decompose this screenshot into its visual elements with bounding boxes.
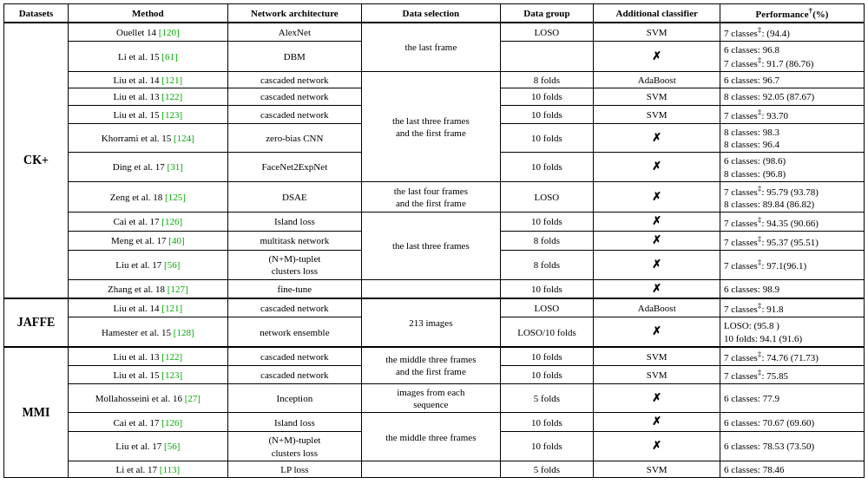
classifier-cell: AdaBoost xyxy=(594,72,720,88)
performance-cell: 6 classes: 96.7 xyxy=(720,72,865,88)
network-cell: DSAE xyxy=(227,181,362,212)
performance-cell: 6 classes: 98.9 xyxy=(720,279,865,298)
table-row: Li et al. 17 [113]LP loss5 foldsSVM6 cla… xyxy=(4,461,865,477)
table-row: MMILiu et al. 13 [122]cascaded networkth… xyxy=(4,347,865,365)
classifier-cell: SVM xyxy=(594,461,720,477)
network-cell: cascaded network xyxy=(227,88,362,105)
table-row: Mollahosseini et al. 16 [27]Inceptionima… xyxy=(4,383,865,413)
classifier-cell: SVM xyxy=(594,105,720,123)
data-group-cell: 10 folds xyxy=(500,105,594,123)
network-cell: AlexNet xyxy=(227,23,362,41)
header-row: Datasets Method Network architecture Dat… xyxy=(4,4,865,23)
col-header-network: Network architecture xyxy=(227,4,362,23)
classifier-cell: ✗ xyxy=(594,123,720,153)
network-cell: network ensemble xyxy=(227,317,362,347)
col-header-data-selection: Data selection xyxy=(362,4,500,23)
method-cell: Liu et al. 17 [56] xyxy=(69,250,228,279)
network-cell: DBM xyxy=(227,41,362,71)
data-group-cell: LOSO xyxy=(500,298,594,317)
data-selection-cell: 213 images xyxy=(362,298,500,347)
method-cell: Zhang et al. 18 [127] xyxy=(69,279,228,298)
performance-cell: 6 classes: 96.87 classes‡: 91.7 (86.76) xyxy=(720,41,865,71)
classifier-cell: ✗ xyxy=(594,213,720,232)
data-group-cell: 10 folds xyxy=(500,432,594,461)
data-group-cell: LOSO xyxy=(500,23,594,41)
classifier-cell: ✗ xyxy=(594,383,720,413)
method-cell: Ding et al. 17 [31] xyxy=(69,153,228,182)
classifier-cell: ✗ xyxy=(594,432,720,461)
performance-cell: 7 classes‡: 93.70 xyxy=(720,105,865,123)
method-cell: Ouellet 14 [120] xyxy=(69,23,228,41)
method-cell: Meng et al. 17 [40] xyxy=(69,232,228,251)
data-group-cell: 10 folds xyxy=(500,413,594,432)
network-cell: cascaded network xyxy=(227,298,362,317)
table-row: JAFFELiu et al. 14 [121]cascaded network… xyxy=(4,298,865,317)
table-row: Cai et al. 17 [126]Island lossthe middle… xyxy=(4,413,865,432)
performance-cell: 7 classes‡: (94.4) xyxy=(720,23,865,41)
data-selection-cell: the last three framesand the first frame xyxy=(362,72,500,182)
data-selection-cell: the middle three framesand the first fra… xyxy=(362,347,500,383)
data-group-cell: LOSO xyxy=(500,181,594,212)
performance-cell: 6 classes: 77.9 xyxy=(720,383,865,413)
network-cell: (N+M)-tupletclusters loss xyxy=(227,250,362,279)
network-cell: Island loss xyxy=(227,413,362,432)
performance-cell: LOSO: (95.8 )10 folds: 94.1 (91.6) xyxy=(720,317,865,347)
method-cell: Liu et al. 15 [123] xyxy=(69,365,228,383)
method-cell: Liu et al. 13 [122] xyxy=(69,88,228,105)
classifier-cell: ✗ xyxy=(594,250,720,279)
method-cell: Li et al. 17 [113] xyxy=(69,461,228,477)
data-selection-cell: the last three frames xyxy=(362,213,500,279)
method-cell: Mollahosseini et al. 16 [27] xyxy=(69,383,228,413)
data-group-cell: 8 folds xyxy=(500,250,594,279)
method-cell: Li et al. 15 [61] xyxy=(69,41,228,71)
data-group-cell: 10 folds xyxy=(500,347,594,365)
data-group-cell: 10 folds xyxy=(500,123,594,153)
method-cell: Liu et al. 15 [123] xyxy=(69,105,228,123)
method-cell: Zeng et al. 18 [125] xyxy=(69,181,228,212)
data-group-cell: 10 folds xyxy=(500,365,594,383)
network-cell: cascaded network xyxy=(227,105,362,123)
classifier-cell: ✗ xyxy=(594,413,720,432)
method-cell: Liu et al. 14 [121] xyxy=(69,298,228,317)
performance-cell: 8 classes: 92.05 (87.67) xyxy=(720,88,865,105)
classifier-cell: ✗ xyxy=(594,232,720,251)
dataset-cell: CK+ xyxy=(4,23,69,298)
performance-cell: 6 classes: 70.67 (69.60) xyxy=(720,413,865,432)
performance-cell: 7 classes‡: 97.1(96.1) xyxy=(720,250,865,279)
method-cell: Liu et al. 17 [56] xyxy=(69,432,228,461)
dataset-cell: JAFFE xyxy=(4,298,69,347)
data-selection-cell xyxy=(362,461,500,477)
performance-cell: 7 classes‡: 75.85 xyxy=(720,365,865,383)
performance-cell: 7 classes‡: 94.35 (90.66) xyxy=(720,213,865,232)
performance-cell: 7 classes‡: 95.37 (95.51) xyxy=(720,232,865,251)
data-selection-cell: the last frame xyxy=(362,23,500,72)
method-cell: Liu et al. 13 [122] xyxy=(69,347,228,365)
col-header-data-group: Data group xyxy=(500,4,594,23)
table-wrapper: Datasets Method Network architecture Dat… xyxy=(0,0,868,481)
data-group-cell: 10 folds xyxy=(500,153,594,182)
classifier-cell: ✗ xyxy=(594,279,720,298)
data-group-cell: LOSO/10 folds xyxy=(500,317,594,347)
data-group-cell: 8 folds xyxy=(500,72,594,88)
col-header-classifier: Additional classifier xyxy=(594,4,720,23)
network-cell: FaceNet2ExpNet xyxy=(227,153,362,182)
data-selection-cell xyxy=(362,279,500,298)
performance-cell: 7 classes‡: 74.76 (71.73) xyxy=(720,347,865,365)
performance-cell: 6 classes: (98.6)8 classes: (96.8) xyxy=(720,153,865,182)
classifier-cell: AdaBoost xyxy=(594,298,720,317)
classifier-cell: ✗ xyxy=(594,41,720,71)
network-cell: LP loss xyxy=(227,461,362,477)
dataset-cell: MMI xyxy=(4,347,69,478)
network-cell: cascaded network xyxy=(227,365,362,383)
network-cell: (N+M)-tupletclusters loss xyxy=(227,432,362,461)
data-selection-cell: the middle three frames xyxy=(362,413,500,461)
table-row: Liu et al. 14 [121]cascaded networkthe l… xyxy=(4,72,865,88)
performance-cell: 7 classes‡: 91.8 xyxy=(720,298,865,317)
performance-cell: 6 classes: 78.46 xyxy=(720,461,865,477)
performance-cell: 6 classes: 78.53 (73.50) xyxy=(720,432,865,461)
performance-cell: 7 classes‡: 95.79 (93.78)8 classes: 89.8… xyxy=(720,181,865,212)
method-cell: Khorrami et al. 15 [124] xyxy=(69,123,228,153)
classifier-cell: ✗ xyxy=(594,317,720,347)
network-cell: Inception xyxy=(227,383,362,413)
table-row: Cai et al. 17 [126]Island lossthe last t… xyxy=(4,213,865,232)
